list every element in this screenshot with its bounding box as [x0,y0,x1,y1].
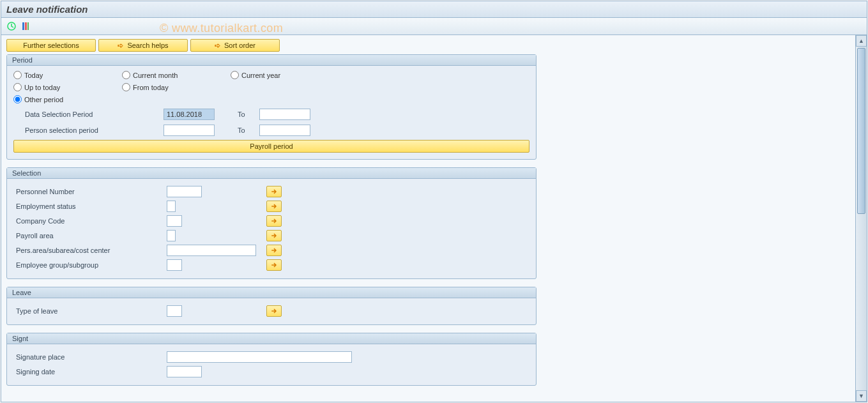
period-panel: Period Today Current month Current year … [6,54,537,160]
label-to: To [215,110,259,118]
panel-title: Period [7,55,536,66]
scroll-up-icon[interactable]: ▲ [856,35,867,47]
multi-select-button[interactable] [266,186,282,197]
button-label: Sort order [224,42,255,49]
button-label: Search helps [127,42,168,49]
radio-current-year[interactable]: Current year [231,71,339,79]
signing-date-input[interactable] [167,366,202,377]
vertical-scrollbar[interactable]: ▲ ▼ [855,35,867,402]
sort-order-button[interactable]: ➪ Sort order [190,39,280,52]
personnel-number-input[interactable] [167,186,202,197]
multi-select-button[interactable] [266,215,282,227]
svg-rect-2 [25,22,27,30]
arrow-right-icon: ➪ [118,42,123,50]
panel-title: Leave [7,287,536,298]
multi-select-button[interactable] [266,259,282,271]
label-signature-place: Signature place [13,353,167,361]
label-payroll-area: Payroll area [13,232,167,240]
label-company-code: Company Code [13,217,167,225]
app-toolbar [1,18,867,35]
radio-label: Current year [241,72,280,79]
signature-place-input[interactable] [167,351,352,363]
label-signing-date: Signing date [13,368,167,376]
arrow-right-icon: ➪ [215,42,220,50]
label-to: To [215,126,259,134]
scroll-thumb[interactable] [857,48,865,214]
radio-from-today[interactable]: From today [122,83,231,91]
employee-group-input[interactable] [167,259,182,271]
app-window: Leave notification Further selections ➪ … [1,1,867,402]
label-employment-status: Employment status [13,202,167,210]
payroll-area-input[interactable] [167,230,176,241]
type-of-leave-input[interactable] [167,305,182,317]
radio-up-to-today[interactable]: Up to today [13,83,122,91]
panel-title: Signt [7,333,536,344]
radio-label: Up to today [24,84,60,91]
data-selection-to-input[interactable] [259,109,310,120]
person-selection-from-input[interactable] [164,125,215,136]
pers-area-input[interactable] [167,245,256,256]
payroll-period-button[interactable]: Payroll period [13,140,529,153]
radio-label: Other period [24,96,63,103]
signt-panel: Signt Signature place Signing date [6,333,537,386]
search-helps-button[interactable]: ➪ Search helps [98,39,188,52]
person-selection-to-input[interactable] [259,125,310,136]
data-selection-from-input[interactable] [164,109,215,120]
employment-status-input[interactable] [167,201,176,212]
further-selections-button[interactable]: Further selections [6,39,96,52]
button-label: Payroll period [250,142,293,150]
radio-today[interactable]: Today [13,71,122,79]
label-data-selection-period: Data Selection Period [13,110,164,118]
panel-title: Selection [7,168,536,179]
radio-other-period[interactable]: Other period [13,95,122,103]
label-personnel-number: Personnel Number [13,188,167,195]
variant-icon[interactable] [20,21,31,31]
button-label: Further selections [23,42,79,49]
svg-rect-1 [22,22,24,30]
label-employee-group: Employee group/subgroup [13,261,167,269]
scroll-down-icon[interactable]: ▼ [856,390,867,402]
leave-panel: Leave Type of leave [6,287,537,325]
action-button-row: Further selections ➪ Search helps ➪ Sort… [6,39,850,52]
company-code-input[interactable] [167,215,182,227]
page-title: Leave notification [1,1,867,18]
label-person-selection-period: Person selection period [13,126,164,134]
radio-label: Today [24,72,43,79]
multi-select-button[interactable] [266,245,282,256]
label-type-of-leave: Type of leave [13,307,167,315]
radio-label: From today [133,84,169,91]
multi-select-button[interactable] [266,230,282,241]
selection-panel: Selection Personnel Number Employment st… [6,167,537,279]
multi-select-button[interactable] [266,201,282,212]
radio-current-month[interactable]: Current month [122,71,231,79]
label-pers-area: Pers.area/subarea/cost center [13,247,167,254]
radio-label: Current month [133,72,178,79]
execute-icon[interactable] [6,21,17,31]
svg-rect-3 [27,22,29,30]
multi-select-button[interactable] [266,305,282,317]
content-area: Further selections ➪ Search helps ➪ Sort… [1,35,855,402]
